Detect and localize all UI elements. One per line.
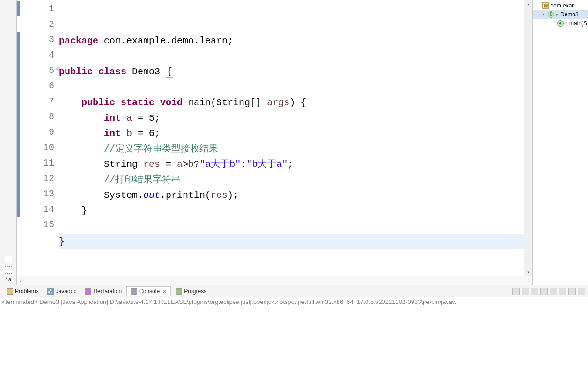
runnable-icon: ▸ [556,12,559,17]
console-action-button[interactable] [512,288,520,295]
console-action-button[interactable] [559,288,566,295]
tab-label: Javadoc [56,288,77,295]
code-line[interactable]: int b = 6; [59,126,524,141]
tab-label: Declaration [93,288,122,295]
console-output[interactable]: <terminated> Demo3 [Java Application] D:… [0,297,588,390]
tab-declaration[interactable]: Declaration [81,287,125,296]
code-line[interactable] [59,49,524,64]
toolbar-icon[interactable] [5,256,12,263]
outline-item[interactable]: ●smain(S [533,19,588,28]
tab-label: Console [139,288,160,295]
line-gutter: 123456789101112131415 [17,0,59,276]
code-line[interactable]: package com.example.demo.learn; [59,33,524,49]
progress-icon [176,288,182,295]
console-action-button[interactable] [531,288,538,295]
console-action-button[interactable] [578,288,585,295]
console-action-button[interactable] [568,288,576,295]
code-line[interactable]: //定义字符串类型接收结果 [59,141,524,157]
scroll-right-icon[interactable]: › [527,278,530,283]
bottom-panel: Problems@JavadocDeclarationConsole✕Progr… [0,285,588,390]
code-line[interactable]: } [59,234,524,249]
tab-label: Problems [15,288,39,295]
vertical-scrollbar[interactable]: ▴ ▾ [524,0,532,276]
outline-label: Demo3 [560,11,579,18]
code-line[interactable] [59,249,524,265]
outline-item[interactable]: ▾C▸Demo3 [533,10,588,19]
console-actions [512,288,588,295]
tab-javadoc[interactable]: @Javadoc [44,287,81,296]
code-line[interactable]: public class Demo3 { [59,64,524,79]
outline-panel[interactable]: ▦com.exan▾C▸Demo3●smain(S [533,0,588,285]
console-action-button[interactable] [540,288,548,295]
code-line[interactable]: public static void main(String[] args) { [59,95,524,110]
text-cursor [416,164,416,174]
code-line[interactable] [59,79,524,95]
tab-progress[interactable]: Progress [172,287,210,296]
console-action-button[interactable] [522,288,529,295]
problems-icon [7,288,13,295]
scroll-down-icon[interactable]: ▾ [524,268,532,276]
outline-label: com.exan [551,2,575,9]
javadoc-icon: @ [47,288,54,295]
scroll-up-icon[interactable]: ▴ [524,0,532,8]
pkg-icon: ▦ [542,2,549,9]
code-line[interactable]: //打印结果字符串 [59,172,524,188]
code-line[interactable]: System.out.println(res); [59,188,524,203]
tab-label: Progress [184,288,206,295]
code-line[interactable] [59,218,524,234]
code-editor[interactable]: 123456789101112131415 package com.exampl… [17,0,532,276]
cls-icon: C [548,11,554,18]
left-label: * a [5,276,11,282]
scroll-left-icon[interactable]: ‹ [19,278,22,283]
outline-label: main(S [569,20,587,27]
tab-problems[interactable]: Problems [3,287,43,296]
console-icon [131,288,137,295]
code-line[interactable]: String res = a>b?"a大于b":"b大于a"; [59,157,524,172]
left-toolbar: * a [0,0,17,285]
declaration-icon [85,288,91,295]
code-area[interactable]: package com.example.demo.learn;public cl… [59,0,524,276]
code-line[interactable]: } [59,203,524,218]
horizontal-scrollbar[interactable]: ‹ › [17,276,532,285]
mth-icon: ● [557,20,564,27]
twisty-icon[interactable]: ▾ [541,12,546,17]
code-line[interactable]: int a = 5; [59,110,524,126]
console-status-line: <terminated> Demo3 [Java Application] D:… [2,298,456,305]
toolbar-icon[interactable] [5,266,12,274]
tab-console[interactable]: Console✕ [126,286,171,296]
close-icon[interactable]: ✕ [162,289,167,295]
bottom-tabs: Problems@JavadocDeclarationConsole✕Progr… [0,285,588,297]
outline-item[interactable]: ▦com.exan [533,1,588,10]
console-action-button[interactable] [550,288,557,295]
